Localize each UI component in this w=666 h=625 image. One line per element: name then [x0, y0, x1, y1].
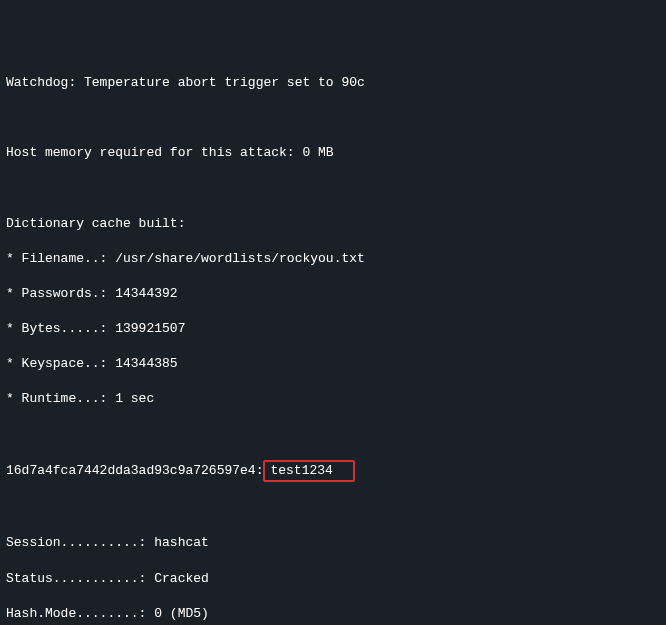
session-line: Session..........: hashcat: [6, 534, 660, 552]
cracked-line: 16d7a4fca7442dda3ad93c9a726597e4:test123…: [6, 460, 660, 482]
dict-passwords-line: * Passwords.: 14344392: [6, 285, 660, 303]
blank-line: [6, 425, 660, 443]
dict-filename-line: * Filename..: /usr/share/wordlists/rocky…: [6, 250, 660, 268]
hashmode-line: Hash.Mode........: 0 (MD5): [6, 605, 660, 623]
blank-line: [6, 109, 660, 127]
blank-line: [6, 499, 660, 517]
status-line: Status...........: Cracked: [6, 570, 660, 588]
hostmem-line: Host memory required for this attack: 0 …: [6, 144, 660, 162]
dict-keyspace-line: * Keyspace..: 14344385: [6, 355, 660, 373]
blank-line: [6, 179, 660, 197]
dict-bytes-line: * Bytes.....: 139921507: [6, 320, 660, 338]
cracked-password-highlight: test1234: [263, 460, 355, 482]
cracked-hash: 16d7a4fca7442dda3ad93c9a726597e4:: [6, 463, 263, 478]
watchdog-line: Watchdog: Temperature abort trigger set …: [6, 74, 660, 92]
dict-runtime-line: * Runtime...: 1 sec: [6, 390, 660, 408]
dict-header-line: Dictionary cache built:: [6, 215, 660, 233]
